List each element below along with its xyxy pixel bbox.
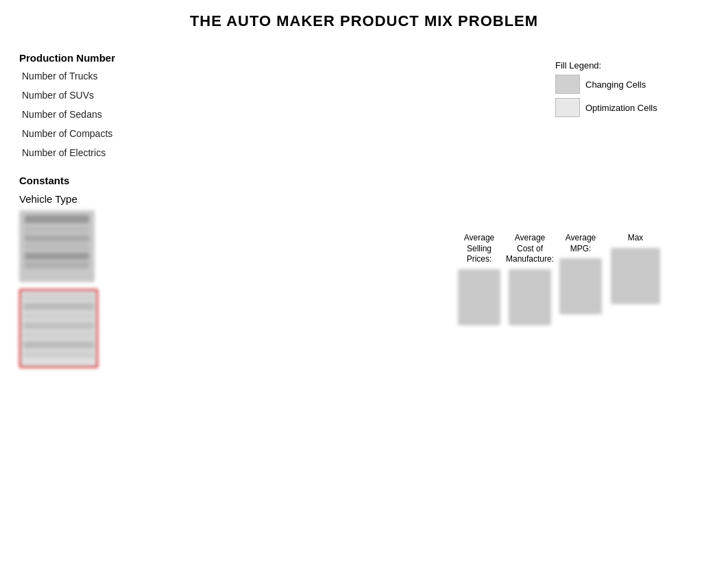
legend-label-optimization: Optimization Cells <box>585 103 657 113</box>
legend-item-changing: Changing Cells <box>555 75 657 94</box>
col-avg-cost-header: Average Cost of Manufacture: <box>506 233 554 265</box>
col-avg-selling-header: Average Selling Prices: <box>456 233 502 265</box>
legend-label-changing: Changing Cells <box>585 79 646 90</box>
col-avg-selling-data <box>458 269 500 325</box>
variable-compacts: Number of Compacts <box>19 124 170 143</box>
constants-label: Constants <box>19 175 170 186</box>
production-number-label: Production Number <box>19 52 170 64</box>
legend-color-optimization <box>555 98 580 117</box>
variable-electrics: Number of Electrics <box>19 143 170 162</box>
legend-item-optimization: Optimization Cells <box>555 98 657 117</box>
col-max-header: Max <box>628 233 644 244</box>
page-title: THE AUTO MAKER PRODUCT MIX PROBLEM <box>0 0 728 40</box>
variable-suvs: Number of SUVs <box>19 86 170 105</box>
legend-area: Fill Legend: Changing Cells Optimization… <box>555 60 657 121</box>
col-avg-cost-data <box>509 269 551 325</box>
variable-list: Number of Trucks Number of SUVs Number o… <box>19 66 170 162</box>
col-max-data <box>611 248 660 304</box>
variable-sedans: Number of Sedans <box>19 105 170 124</box>
variable-trucks: Number of Trucks <box>19 66 170 86</box>
blurred-table-1 <box>19 210 170 282</box>
col-max: Max <box>608 233 663 304</box>
col-avg-cost: Average Cost of Manufacture: <box>507 233 553 325</box>
col-avg-mpg-header: Average MPG: <box>557 233 604 254</box>
blurred-table-2 <box>19 289 170 368</box>
col-avg-mpg-data <box>559 258 602 314</box>
constants-section: Constants Vehicle Type <box>19 175 170 368</box>
legend-color-changing <box>555 75 580 94</box>
col-avg-selling: Average Selling Prices: <box>456 233 502 325</box>
col-avg-mpg: Average MPG: <box>557 233 604 314</box>
legend-title: Fill Legend: <box>555 60 657 71</box>
vehicle-type-label: Vehicle Type <box>19 193 170 205</box>
